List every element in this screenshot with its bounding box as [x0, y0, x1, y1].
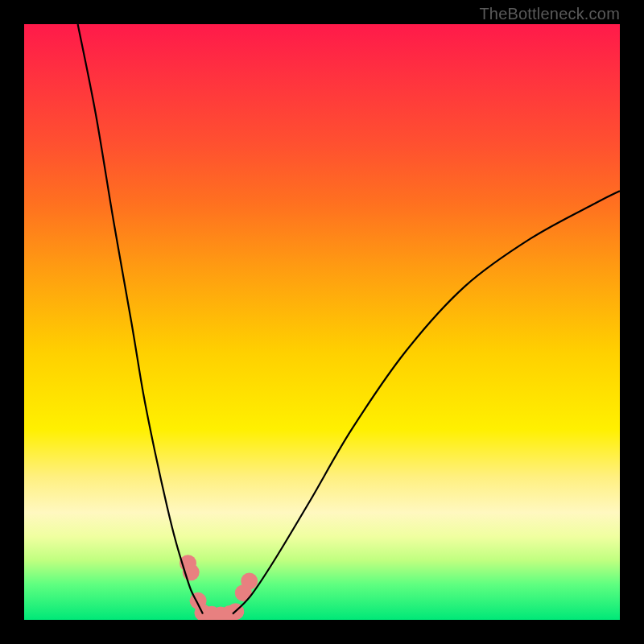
data-dot — [241, 572, 258, 589]
plot-area — [24, 24, 620, 620]
dots-group — [180, 555, 258, 620]
right-curve — [233, 191, 620, 613]
left-curve — [78, 24, 203, 614]
chart-svg — [24, 24, 620, 620]
curves-group — [78, 24, 620, 614]
chart-frame: TheBottleneck.com — [0, 0, 644, 644]
watermark-text: TheBottleneck.com — [479, 5, 620, 23]
